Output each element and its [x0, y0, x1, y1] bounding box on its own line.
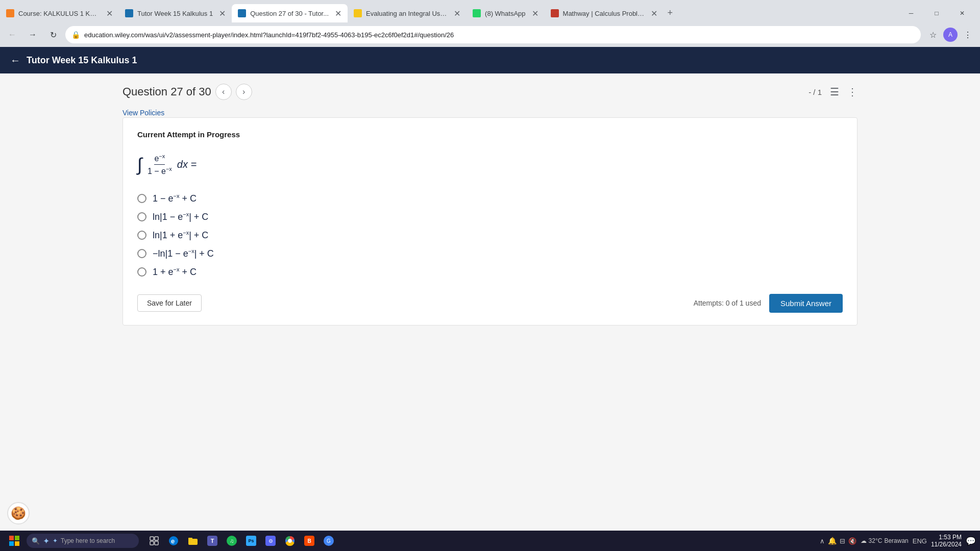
view-policies-link[interactable]: View Policies: [122, 109, 164, 117]
system-clock[interactable]: 1:53 PM 11/26/2024: [931, 534, 962, 548]
option-3-label: ln|1 + e−x| + C: [153, 230, 208, 241]
option-3[interactable]: ln|1 + e−x| + C: [137, 230, 843, 241]
app-back-button[interactable]: ←: [10, 55, 20, 66]
start-button[interactable]: [4, 531, 24, 551]
notification-icon: 🔔: [828, 537, 837, 545]
option-1[interactable]: 1 − e−x + C: [137, 193, 843, 204]
tab3-close[interactable]: ✕: [335, 9, 341, 18]
option-5-radio[interactable]: [137, 267, 146, 277]
minimize-button[interactable]: ─: [899, 4, 923, 22]
url-display: education.wiley.com/was/ui/v2/assessment…: [84, 31, 915, 39]
tab-tutor[interactable]: Tutor Week 15 Kalkulus 1 ✕: [119, 4, 232, 22]
svg-point-13: [288, 539, 292, 543]
svg-rect-7: [155, 541, 158, 545]
edge-icon[interactable]: e: [164, 532, 183, 550]
chromium-logo: G: [324, 536, 334, 546]
brave-icon[interactable]: B: [300, 532, 318, 550]
svg-rect-6: [150, 541, 154, 545]
tab5-title: (8) WhatsApp: [485, 10, 525, 17]
language-indicator[interactable]: ENG: [913, 537, 927, 545]
option-4-label: −ln|1 − e−x| + C: [153, 248, 214, 259]
discord-icon[interactable]: ⚙: [261, 532, 280, 550]
new-tab-button[interactable]: +: [664, 4, 677, 22]
photoshop-icon[interactable]: Ps: [242, 532, 260, 550]
option-5[interactable]: 1 + e−x + C: [137, 266, 843, 278]
submit-answer-button[interactable]: Submit Answer: [769, 294, 843, 313]
task-view-button[interactable]: [145, 532, 163, 550]
security-icon: 🔒: [71, 31, 80, 39]
notification-center-button[interactable]: 💬: [966, 536, 976, 546]
network-icon[interactable]: ⊟: [840, 537, 845, 545]
spotify-icon[interactable]: ♫: [223, 532, 241, 550]
tab5-close[interactable]: ✕: [532, 9, 538, 18]
tray-expand-icon[interactable]: ∧: [820, 537, 825, 545]
options-list: 1 − e−x + C ln|1 − e−x| + C ln|1 + e−x| …: [137, 193, 843, 278]
option-5-label: 1 + e−x + C: [153, 266, 197, 278]
teams-icon[interactable]: T: [203, 532, 222, 550]
volume-icon[interactable]: 🔇: [848, 537, 856, 545]
ps-logo: Ps: [246, 536, 256, 546]
list-view-icon[interactable]: ☰: [830, 86, 839, 98]
fraction: e−x 1 − e−x: [148, 153, 172, 177]
card-footer: Save for Later Attempts: 0 of 1 used Sub…: [137, 294, 843, 313]
reload-button[interactable]: ↻: [45, 27, 61, 43]
footer-right: Attempts: 0 of 1 used Submit Answer: [694, 294, 843, 313]
back-button[interactable]: ←: [4, 27, 20, 43]
tab6-close[interactable]: ✕: [651, 9, 657, 18]
svg-rect-5: [155, 537, 158, 540]
tab6-favicon: [551, 9, 559, 17]
tab2-title: Tutor Week 15 Kalkulus 1: [137, 10, 213, 17]
weather-widget[interactable]: ☁ 32°C Berawan: [861, 537, 909, 544]
forward-button[interactable]: →: [24, 27, 41, 43]
tab2-close[interactable]: ✕: [219, 9, 226, 18]
svg-rect-4: [150, 537, 154, 540]
option-2[interactable]: ln|1 − e−x| + C: [137, 211, 843, 222]
option-1-radio[interactable]: [137, 194, 146, 203]
extensions-icon[interactable]: ⋮: [960, 27, 976, 43]
tab-evaluating[interactable]: Evaluating an Integral Usin... ✕: [348, 4, 467, 22]
tab-whatsapp[interactable]: (8) WhatsApp ✕: [467, 4, 544, 22]
chrome-logo: [285, 536, 295, 546]
chromium-icon[interactable]: G: [320, 532, 338, 550]
save-later-button[interactable]: Save for Later: [137, 294, 202, 312]
spotify-logo: ♫: [227, 536, 237, 546]
address-bar[interactable]: 🔒 education.wiley.com/was/ui/v2/assessme…: [65, 26, 921, 43]
edge-browser-icon: e: [168, 536, 179, 546]
tab-mathway[interactable]: Mathway | Calculus Proble... ✕: [545, 4, 664, 22]
dx-text: dx =: [177, 159, 197, 170]
toolbar-icons: ☆ A ⋮: [925, 27, 976, 43]
bell-icon[interactable]: 🔔: [828, 537, 837, 545]
system-tray: ∧ 🔔 ⊟ 🔇: [820, 537, 856, 545]
taskbar-search[interactable]: 🔍 ✦ ✦ Type here to search: [27, 534, 139, 548]
weather-condition: Berawan: [884, 537, 908, 544]
tab-question[interactable]: Question 27 of 30 - Tutor... ✕: [232, 4, 348, 22]
option-3-radio[interactable]: [137, 231, 146, 240]
option-4[interactable]: −ln|1 − e−x| + C: [137, 248, 843, 259]
option-2-radio[interactable]: [137, 212, 146, 221]
chrome-icon[interactable]: [281, 532, 299, 550]
maximize-button[interactable]: □: [925, 4, 948, 22]
close-button[interactable]: ✕: [950, 4, 974, 22]
tab1-close[interactable]: ✕: [106, 9, 113, 18]
svg-rect-0: [9, 536, 14, 540]
cookie-button[interactable]: 🍪: [7, 502, 30, 524]
bookmark-icon[interactable]: ☆: [925, 27, 941, 43]
weather-temp: 32°C: [869, 537, 883, 544]
question-card: Current Attempt in Progress ∫ e−x 1 − e−…: [122, 117, 857, 325]
address-bar-row: ← → ↻ 🔒 education.wiley.com/was/ui/v2/as…: [0, 22, 980, 47]
search-icon: 🔍: [32, 537, 40, 545]
teams-logo: T: [207, 536, 217, 546]
windows-logo-icon: [9, 536, 19, 546]
taskbar: 🔍 ✦ ✦ Type here to search e: [0, 531, 980, 551]
tab4-close[interactable]: ✕: [454, 9, 460, 18]
option-4-radio[interactable]: [137, 249, 146, 258]
tab-course[interactable]: Course: KALKULUS 1 KAL... ✕: [0, 4, 119, 22]
next-question-button[interactable]: ›: [236, 84, 252, 100]
file-explorer-icon[interactable]: [184, 532, 202, 550]
profile-avatar[interactable]: A: [943, 28, 958, 42]
prev-question-button[interactable]: ‹: [215, 84, 232, 100]
math-integral: ∫ e−x 1 − e−x dx =: [137, 153, 197, 177]
question-tools: - / 1 ☰ ⋮: [808, 86, 857, 98]
tab6-title: Mathway | Calculus Proble...: [563, 10, 645, 17]
more-options-icon[interactable]: ⋮: [847, 86, 857, 98]
